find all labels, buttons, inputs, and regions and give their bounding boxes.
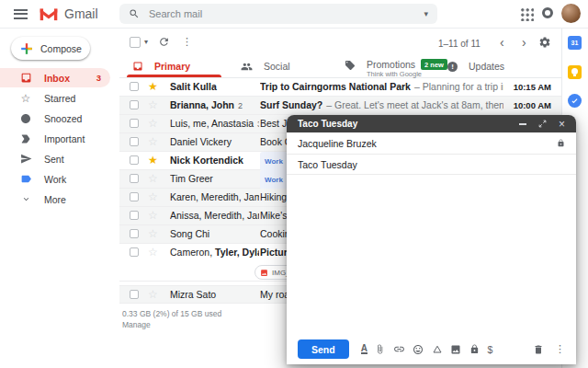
email-sender: Karen, Meredith, James5 [170,189,259,207]
star-icon[interactable]: ☆ [148,210,158,222]
star-icon[interactable]: ☆ [148,99,158,111]
sidebar-item-work[interactable]: Work [0,169,110,189]
star-icon[interactable]: ☆ [148,136,158,148]
email-checkbox[interactable] [130,247,139,257]
sidebar-item-more[interactable]: More [0,190,110,209]
popout-icon[interactable] [538,120,547,128]
insert-link-icon[interactable] [393,343,405,355]
apps-grid-icon[interactable] [520,7,534,21]
star-icon[interactable]: ☆ [148,118,158,130]
tab-label: Primary [154,61,190,72]
compose-title: Taco Tuesday [298,119,519,129]
tab-label: Updates [469,61,504,72]
email-checkbox[interactable] [130,100,139,109]
hamburger-menu-icon[interactable] [14,9,28,19]
star-icon[interactable]: ☆ [148,289,158,301]
tab-social[interactable]: Social [241,55,290,77]
star-icon[interactable]: ☆ [148,247,158,259]
subject-field[interactable]: Taco Tuesday [287,155,576,175]
sidebar-label: More [44,194,66,205]
tab-label: Promotions [367,59,415,70]
user-avatar[interactable] [561,4,581,23]
settings-gear-icon[interactable] [538,36,551,49]
sidebar-item-snoozed[interactable]: Snoozed [0,109,110,128]
insert-image-icon[interactable] [450,344,461,355]
recipients-field[interactable]: Jacqueline Bruzek [287,132,576,155]
email-checkbox[interactable] [130,155,139,165]
clock-icon [19,113,32,124]
app-header: Gmail Search mail ▾ [0,0,588,29]
message-body[interactable] [287,175,576,334]
email-time: 10:00 AM [514,97,551,114]
compose-titlebar[interactable]: Taco Tuesday × [287,115,576,132]
calendar-icon[interactable]: 31 [568,36,582,50]
email-checkbox[interactable] [130,174,139,183]
email-checkbox[interactable] [130,119,139,128]
star-icon[interactable]: ☆ [148,228,158,240]
email-checkbox[interactable] [130,82,139,91]
people-icon [241,61,253,73]
work-label-badge: Work [260,170,288,190]
pagination-label: 1–11 of 11 [438,39,481,49]
sidebar-label: Snoozed [44,113,82,124]
manage-storage-link[interactable]: Manage [122,320,151,329]
star-icon[interactable]: ★ [148,81,158,93]
email-checkbox[interactable] [130,211,139,220]
select-dropdown-icon[interactable]: ▾ [144,38,148,46]
minimize-icon[interactable] [519,123,526,125]
sidebar-label: Important [44,133,85,144]
primary-inbox-icon [132,61,143,72]
star-icon[interactable]: ★ [148,155,158,167]
compose-plus-icon [20,42,33,55]
attach-file-icon[interactable] [375,344,385,354]
sidebar-item-inbox[interactable]: Inbox 3 [0,68,110,87]
search-options-arrow-icon[interactable]: ▾ [424,9,428,18]
sidebar-label: Inbox [44,73,70,84]
star-icon: ☆ [19,93,32,104]
email-sender: Cameron, Tyler, Dylan6 [170,244,259,262]
insert-emoji-icon[interactable] [413,344,424,355]
star-icon[interactable]: ☆ [148,191,158,203]
send-icon [19,153,32,165]
subject-text: Taco Tuesday [298,159,565,170]
sidebar-item-sent[interactable]: Sent [0,149,110,168]
tasks-icon[interactable] [568,94,582,108]
lock-icon [557,138,565,148]
important-marker-icon [19,133,32,144]
sidebar-item-starred[interactable]: ☆ Starred [0,88,110,108]
sidebar-label: Work [44,174,66,185]
email-sender: Song Chi [170,225,259,243]
tab-updates[interactable]: ! Updates [447,55,504,77]
email-row[interactable]: ☆ Brianna, John2 Surf Sunday?– Great. Le… [119,97,562,115]
email-checkbox[interactable] [130,229,139,238]
sidebar-item-important[interactable]: Important [0,129,110,148]
send-button[interactable]: Send [298,339,349,359]
email-checkbox[interactable] [130,290,139,299]
more-options-icon[interactable]: ⋮ [555,343,565,355]
newer-page-icon[interactable]: ‹ [500,35,504,50]
email-row[interactable]: ★ Salit Kulla Trip to Cairngorms Nationa… [119,78,562,97]
compose-button[interactable]: Compose [11,37,90,60]
formatting-options-icon[interactable]: A [361,344,368,354]
gmail-logo-icon[interactable] [39,6,59,21]
refresh-icon[interactable] [158,36,170,48]
payments-icon[interactable]: $ [487,344,492,355]
close-icon[interactable]: × [559,119,565,130]
email-sender: Nick Kortendick [170,152,259,169]
select-all-checkbox[interactable] [130,37,141,48]
keep-icon[interactable] [568,65,582,79]
drive-icon[interactable] [432,344,443,355]
star-icon[interactable]: ☆ [148,173,158,185]
older-page-icon[interactable]: › [522,35,526,50]
email-checkbox[interactable] [130,137,139,146]
confidential-mode-icon[interactable] [469,344,480,354]
search-input[interactable]: Search mail ▾ [119,4,437,24]
more-vert-icon[interactable]: ⋮ [182,36,192,48]
discard-draft-icon[interactable] [533,344,544,355]
email-checkbox[interactable] [130,192,139,201]
tab-promotions[interactable]: Promotions 2 new Think with Google [345,55,447,77]
compose-window: Taco Tuesday × Jacqueline Bruzek Taco Tu… [287,115,576,364]
account-ring-icon[interactable] [542,7,553,18]
label-icon [19,173,32,185]
tab-subtitle: Think with Google [367,70,447,78]
